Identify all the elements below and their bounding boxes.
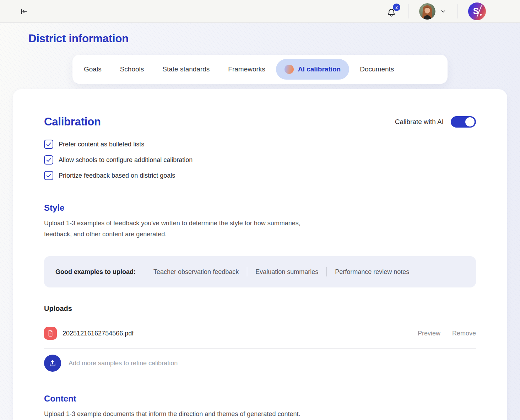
uploads-heading: Uploads <box>44 305 476 313</box>
notifications-button[interactable]: 2 <box>385 5 397 18</box>
check-icon <box>46 173 52 178</box>
file-actions: Preview Remove <box>418 330 476 337</box>
divider <box>44 348 476 349</box>
style-heading: Style <box>44 203 476 213</box>
tab-bar: Goals Schools State standards Frameworks… <box>72 55 448 84</box>
user-menu-button[interactable] <box>419 3 446 20</box>
checkbox-label: Priortize feedback based on district goa… <box>59 172 175 179</box>
checkbox-schools-configure[interactable] <box>44 155 53 165</box>
tab-state-standards[interactable]: State standards <box>153 55 219 84</box>
tab-frameworks[interactable]: Frameworks <box>219 55 275 84</box>
topbar-divider <box>457 4 457 18</box>
brand-logo-dot <box>480 14 482 16</box>
checkbox-bulleted-lists[interactable] <box>44 140 53 149</box>
upload-arrow-icon <box>48 359 57 367</box>
tab-ai-calibration-label: AI calibration <box>298 65 341 73</box>
brand-logo-icon[interactable]: S <box>468 2 486 20</box>
good-examples-label: Good examples to upload: <box>55 268 136 276</box>
content-heading: Content <box>44 394 476 404</box>
card-header: Calibration Calibrate with AI <box>44 115 476 128</box>
collapse-sidebar-icon <box>20 7 28 15</box>
calibration-card: Calibration Calibrate with AI Prefer con… <box>13 89 507 420</box>
page-title: District information <box>28 32 129 45</box>
good-examples-box: Good examples to upload: Teacher observa… <box>44 256 476 287</box>
good-example-item: Teacher observation feedback <box>153 268 239 276</box>
tab-schools[interactable]: Schools <box>111 55 153 84</box>
calibration-checkbox-list: Prefer content as bulleted lists Allow s… <box>44 140 476 180</box>
good-example-item: Performance review notes <box>335 268 409 276</box>
topbar-right-group: 2 <box>385 2 486 20</box>
upload-button[interactable] <box>44 355 61 372</box>
chevron-down-icon <box>440 8 446 15</box>
file-name: 20251216162754566.pdf <box>63 330 134 337</box>
content-description: Upload 1-3 example documents that inform… <box>44 409 364 420</box>
checkbox-label: Prefer content as bulleted lists <box>59 141 144 148</box>
tab-goals[interactable]: Goals <box>75 55 111 84</box>
ai-gradient-dot-icon <box>285 65 294 74</box>
add-samples-label: Add more samples to refine calibration <box>69 360 178 367</box>
checkbox-row-prioritize-feedback[interactable]: Priortize feedback based on district goa… <box>44 171 476 180</box>
pdf-document-icon <box>44 327 57 340</box>
calibrate-with-ai-toggle[interactable] <box>451 116 476 128</box>
tab-documents[interactable]: Documents <box>351 55 403 84</box>
check-icon <box>46 141 52 147</box>
remove-button[interactable]: Remove <box>452 330 476 337</box>
add-samples-row: Add more samples to refine calibration <box>44 355 476 372</box>
checkbox-prioritize-feedback[interactable] <box>44 171 53 180</box>
calibration-heading: Calibration <box>44 115 101 128</box>
good-example-item: Evaluation summaries <box>255 268 318 276</box>
style-description: Upload 1-3 examples of feedback you've w… <box>44 218 325 240</box>
content-area: District information Goals Schools State… <box>0 23 520 420</box>
collapse-sidebar-button[interactable] <box>19 7 28 16</box>
tab-ai-calibration[interactable]: AI calibration <box>276 59 349 80</box>
topbar: 2 <box>0 0 520 23</box>
avatar <box>419 3 435 20</box>
topbar-divider <box>408 4 408 18</box>
uploaded-file-row: 20251216162754566.pdf Preview Remove <box>44 318 476 348</box>
toggle-knob <box>465 117 475 126</box>
notification-badge: 2 <box>393 4 400 11</box>
checkbox-row-schools-configure[interactable]: Allow schools to configure additional ca… <box>44 155 476 165</box>
calibrate-toggle-label: Calibrate with AI <box>395 118 444 126</box>
example-divider <box>326 267 327 276</box>
checkbox-row-bulleted-lists[interactable]: Prefer content as bulleted lists <box>44 140 476 149</box>
calibrate-toggle-group: Calibrate with AI <box>395 116 476 128</box>
check-icon <box>46 157 52 163</box>
preview-button[interactable]: Preview <box>418 330 440 337</box>
checkbox-label: Allow schools to configure additional ca… <box>59 156 193 164</box>
example-divider <box>247 267 247 276</box>
